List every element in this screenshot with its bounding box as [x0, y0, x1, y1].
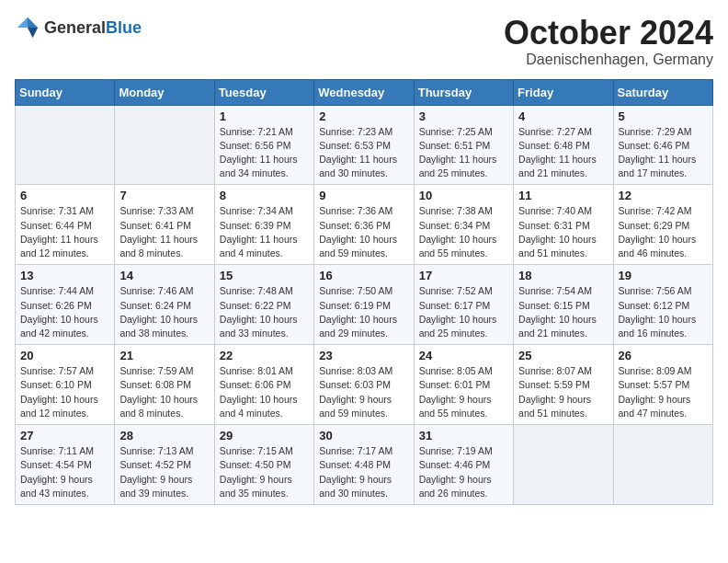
day-number: 9: [319, 189, 408, 202]
day-info: Sunrise: 8:09 AM Sunset: 5:57 PM Dayligh…: [619, 364, 708, 420]
calendar-cell: 2Sunrise: 7:23 AM Sunset: 6:53 PM Daylig…: [314, 105, 414, 185]
title-block: October 2024 Daenischenhagen, Germany: [504, 15, 713, 68]
calendar-cell: 17Sunrise: 7:52 AM Sunset: 6:17 PM Dayli…: [414, 265, 513, 345]
day-info: Sunrise: 7:42 AM Sunset: 6:29 PM Dayligh…: [619, 204, 708, 260]
day-number: 25: [518, 349, 608, 362]
day-info: Sunrise: 8:01 AM Sunset: 6:06 PM Dayligh…: [220, 364, 309, 420]
day-number: 14: [119, 269, 209, 282]
day-info: Sunrise: 7:57 AM Sunset: 6:10 PM Dayligh…: [20, 364, 109, 420]
day-number: 3: [419, 109, 508, 123]
weekday-header-wednesday: Wednesday: [314, 79, 414, 105]
calendar-cell: 26Sunrise: 8:09 AM Sunset: 5:57 PM Dayli…: [613, 345, 712, 425]
calendar-cell: 22Sunrise: 8:01 AM Sunset: 6:06 PM Dayli…: [214, 345, 313, 425]
calendar-cell: 16Sunrise: 7:50 AM Sunset: 6:19 PM Dayli…: [314, 265, 414, 345]
day-info: Sunrise: 7:13 AM Sunset: 4:52 PM Dayligh…: [119, 444, 209, 500]
day-info: Sunrise: 7:15 AM Sunset: 4:50 PM Dayligh…: [220, 444, 309, 500]
calendar-cell: 31Sunrise: 7:19 AM Sunset: 4:46 PM Dayli…: [414, 425, 513, 505]
calendar-cell: 29Sunrise: 7:15 AM Sunset: 4:50 PM Dayli…: [214, 425, 313, 505]
day-info: Sunrise: 7:54 AM Sunset: 6:15 PM Dayligh…: [518, 284, 608, 340]
day-number: 15: [220, 269, 309, 282]
day-info: Sunrise: 7:25 AM Sunset: 6:51 PM Dayligh…: [419, 125, 508, 181]
day-info: Sunrise: 7:17 AM Sunset: 4:48 PM Dayligh…: [319, 444, 408, 500]
calendar-cell: 11Sunrise: 7:40 AM Sunset: 6:31 PM Dayli…: [514, 185, 613, 265]
day-number: 4: [518, 109, 608, 123]
day-info: Sunrise: 7:33 AM Sunset: 6:41 PM Dayligh…: [119, 204, 209, 260]
day-info: Sunrise: 7:11 AM Sunset: 4:54 PM Dayligh…: [20, 444, 109, 500]
calendar-cell: 23Sunrise: 8:03 AM Sunset: 6:03 PM Dayli…: [314, 345, 414, 425]
day-info: Sunrise: 8:05 AM Sunset: 6:01 PM Dayligh…: [419, 364, 508, 420]
calendar-cell: [16, 105, 115, 185]
day-info: Sunrise: 7:59 AM Sunset: 6:08 PM Dayligh…: [119, 364, 209, 420]
weekday-header-monday: Monday: [115, 79, 214, 105]
weekday-header-friday: Friday: [514, 79, 613, 105]
calendar-cell: 7Sunrise: 7:33 AM Sunset: 6:41 PM Daylig…: [115, 185, 214, 265]
weekday-header-thursday: Thursday: [414, 79, 513, 105]
calendar-week-row: 1Sunrise: 7:21 AM Sunset: 6:56 PM Daylig…: [16, 105, 713, 185]
calendar-cell: 27Sunrise: 7:11 AM Sunset: 4:54 PM Dayli…: [16, 425, 115, 505]
svg-marker-0: [28, 17, 38, 28]
weekday-header-tuesday: Tuesday: [214, 79, 313, 105]
svg-marker-1: [28, 28, 38, 38]
day-info: Sunrise: 7:52 AM Sunset: 6:17 PM Dayligh…: [419, 284, 508, 340]
day-info: Sunrise: 8:07 AM Sunset: 5:59 PM Dayligh…: [518, 364, 608, 420]
day-info: Sunrise: 7:40 AM Sunset: 6:31 PM Dayligh…: [518, 204, 608, 260]
day-number: 16: [319, 269, 408, 282]
location-title: Daenischenhagen, Germany: [504, 52, 713, 68]
day-info: Sunrise: 7:44 AM Sunset: 6:26 PM Dayligh…: [20, 284, 109, 340]
day-number: 24: [419, 349, 508, 362]
day-number: 17: [419, 269, 508, 282]
logo-text-general: General: [44, 18, 106, 37]
calendar-cell: 13Sunrise: 7:44 AM Sunset: 6:26 PM Dayli…: [16, 265, 115, 345]
calendar-cell: 28Sunrise: 7:13 AM Sunset: 4:52 PM Dayli…: [115, 425, 214, 505]
day-info: Sunrise: 7:19 AM Sunset: 4:46 PM Dayligh…: [419, 444, 508, 500]
calendar-cell: 1Sunrise: 7:21 AM Sunset: 6:56 PM Daylig…: [214, 105, 313, 185]
day-number: 28: [119, 429, 209, 442]
calendar-cell: 30Sunrise: 7:17 AM Sunset: 4:48 PM Dayli…: [314, 425, 414, 505]
day-number: 11: [518, 189, 608, 202]
calendar-cell: 8Sunrise: 7:34 AM Sunset: 6:39 PM Daylig…: [214, 185, 313, 265]
calendar-cell: 5Sunrise: 7:29 AM Sunset: 6:46 PM Daylig…: [613, 105, 712, 185]
calendar-week-row: 20Sunrise: 7:57 AM Sunset: 6:10 PM Dayli…: [16, 345, 713, 425]
day-info: Sunrise: 7:21 AM Sunset: 6:56 PM Dayligh…: [220, 125, 309, 181]
calendar-cell: 24Sunrise: 8:05 AM Sunset: 6:01 PM Dayli…: [414, 345, 513, 425]
day-number: 19: [619, 269, 708, 282]
calendar-cell: 15Sunrise: 7:48 AM Sunset: 6:22 PM Dayli…: [214, 265, 313, 345]
page-header: GeneralBlue October 2024 Daenischenhagen…: [15, 15, 713, 68]
day-number: 18: [518, 269, 608, 282]
calendar-cell: 20Sunrise: 7:57 AM Sunset: 6:10 PM Dayli…: [16, 345, 115, 425]
day-number: 13: [20, 269, 109, 282]
calendar-cell: 18Sunrise: 7:54 AM Sunset: 6:15 PM Dayli…: [514, 265, 613, 345]
day-info: Sunrise: 7:31 AM Sunset: 6:44 PM Dayligh…: [20, 204, 109, 260]
calendar-cell: 6Sunrise: 7:31 AM Sunset: 6:44 PM Daylig…: [16, 185, 115, 265]
calendar-week-row: 13Sunrise: 7:44 AM Sunset: 6:26 PM Dayli…: [16, 265, 713, 345]
day-number: 10: [419, 189, 508, 202]
calendar-cell: 12Sunrise: 7:42 AM Sunset: 6:29 PM Dayli…: [613, 185, 712, 265]
day-info: Sunrise: 7:56 AM Sunset: 6:12 PM Dayligh…: [619, 284, 708, 340]
day-info: Sunrise: 7:29 AM Sunset: 6:46 PM Dayligh…: [619, 125, 708, 181]
calendar-cell: 25Sunrise: 8:07 AM Sunset: 5:59 PM Dayli…: [514, 345, 613, 425]
weekday-header-sunday: Sunday: [16, 79, 115, 105]
day-info: Sunrise: 7:23 AM Sunset: 6:53 PM Dayligh…: [319, 125, 408, 181]
logo: GeneralBlue: [15, 15, 142, 40]
day-info: Sunrise: 8:03 AM Sunset: 6:03 PM Dayligh…: [319, 364, 408, 420]
day-number: 22: [220, 349, 309, 362]
calendar-cell: [115, 105, 214, 185]
calendar-cell: 14Sunrise: 7:46 AM Sunset: 6:24 PM Dayli…: [115, 265, 214, 345]
day-number: 23: [319, 349, 408, 362]
day-number: 8: [220, 189, 309, 202]
calendar-cell: [613, 425, 712, 505]
calendar-header: SundayMondayTuesdayWednesdayThursdayFrid…: [16, 79, 713, 105]
logo-text-blue: Blue: [106, 18, 142, 37]
day-number: 12: [619, 189, 708, 202]
day-info: Sunrise: 7:27 AM Sunset: 6:48 PM Dayligh…: [518, 125, 608, 181]
calendar-cell: 9Sunrise: 7:36 AM Sunset: 6:36 PM Daylig…: [314, 185, 414, 265]
day-number: 31: [419, 429, 508, 442]
calendar-table: SundayMondayTuesdayWednesdayThursdayFrid…: [15, 79, 713, 505]
day-number: 26: [619, 349, 708, 362]
weekday-header-saturday: Saturday: [613, 79, 712, 105]
month-title: October 2024: [504, 15, 713, 52]
calendar-cell: 3Sunrise: 7:25 AM Sunset: 6:51 PM Daylig…: [414, 105, 513, 185]
day-info: Sunrise: 7:48 AM Sunset: 6:22 PM Dayligh…: [220, 284, 309, 340]
day-info: Sunrise: 7:36 AM Sunset: 6:36 PM Dayligh…: [319, 204, 408, 260]
day-number: 20: [20, 349, 109, 362]
